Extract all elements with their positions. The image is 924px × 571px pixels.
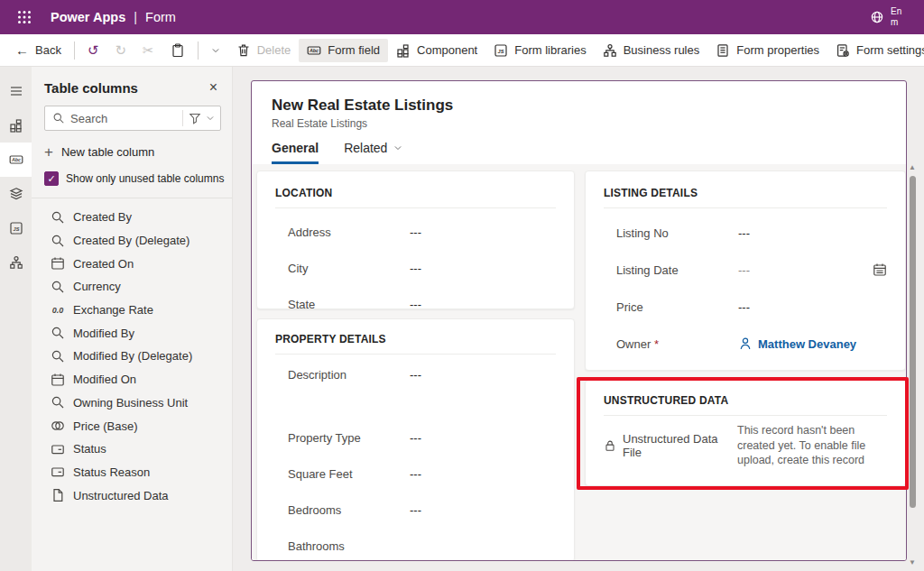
environment-button[interactable]: En m [868, 0, 924, 34]
field-state[interactable]: State --- [275, 286, 556, 309]
currency-icon [51, 419, 65, 433]
calendar-icon [51, 256, 65, 271]
new-table-column-button[interactable]: + New table column [44, 144, 221, 160]
vertical-scrollbar[interactable]: ▲ ▼ [908, 162, 917, 567]
scrollbar-thumb[interactable] [910, 176, 916, 508]
environment-label: En m [891, 6, 901, 28]
plus-icon: + [44, 144, 53, 160]
lookup-icon [51, 349, 65, 364]
filter-icon[interactable] [189, 112, 201, 124]
optionset-icon [51, 442, 65, 456]
field-listing-date[interactable]: Listing Date --- [604, 251, 887, 288]
scroll-down-icon[interactable]: ▼ [909, 557, 916, 567]
column-item[interactable]: 0.0Exchange Rate [51, 299, 221, 322]
lookup-icon [51, 395, 65, 410]
column-item[interactable]: Created By (Delegate) [51, 229, 221, 253]
section-unstructured-data[interactable]: UNSTRUCTURED DATA Unstructured Data File… [585, 380, 906, 486]
tab-related[interactable]: Related [344, 141, 402, 164]
rail-tree-view-button[interactable] [0, 177, 32, 211]
section-property-details[interactable]: PROPERTY DETAILS Description --- Propert… [256, 318, 575, 561]
owner-value[interactable]: Matthew Devaney [738, 336, 856, 351]
paste-icon [171, 43, 185, 58]
svg-text:JS: JS [13, 226, 19, 232]
field-listing-no[interactable]: Listing No --- [604, 214, 887, 251]
field-bedrooms[interactable]: Bedrooms --- [275, 492, 556, 528]
column-item[interactable]: Unstructured Data [51, 484, 221, 507]
column-label: Owning Business Unit [73, 396, 188, 410]
lock-icon [604, 439, 616, 452]
rail-menu-button[interactable] [0, 74, 32, 108]
field-city[interactable]: City --- [275, 250, 556, 286]
column-label: Status Reason [73, 465, 150, 479]
column-item[interactable]: Currency [51, 275, 221, 299]
column-label: Modified By [73, 327, 134, 340]
paste-button[interactable] [162, 39, 193, 62]
column-item[interactable]: Price (Base) [51, 414, 221, 437]
chevron-down-icon[interactable] [206, 114, 215, 123]
file-icon [51, 488, 65, 502]
chevron-down-icon [393, 143, 402, 152]
rail-table-columns-button[interactable]: Abc [0, 143, 32, 177]
field-unstructured-data-file[interactable]: Unstructured Data File This record hasn'… [604, 423, 887, 468]
column-item[interactable]: Created By [51, 206, 221, 229]
component-icon [396, 43, 411, 58]
section-divider [275, 354, 556, 355]
column-label: Currency [73, 280, 121, 293]
column-item[interactable]: Status Reason [51, 461, 221, 484]
form-field-button[interactable]: Abc Form field [299, 39, 388, 62]
field-property-type[interactable]: Property Type --- [275, 419, 556, 456]
designer-canvas: New Real Estate Listings Real Estate Lis… [233, 67, 924, 571]
section-divider [604, 207, 887, 208]
column-item[interactable]: Modified By [51, 321, 221, 345]
undo-button[interactable]: ↺ [79, 39, 107, 61]
field-description[interactable]: Description --- [275, 360, 556, 419]
scroll-up-icon[interactable]: ▲ [909, 162, 916, 172]
column-item[interactable]: Status [51, 437, 221, 461]
column-label: Created By (Delegate) [73, 234, 189, 247]
cut-button[interactable]: ✂ [134, 39, 162, 61]
optionset-icon [51, 465, 65, 479]
back-button[interactable]: ← Back [7, 39, 69, 61]
column-list: Created By Created By (Delegate) Created… [44, 198, 221, 507]
search-input[interactable] [65, 112, 179, 125]
field-price[interactable]: Price --- [604, 288, 887, 325]
business-rules-button[interactable]: Business rules [595, 39, 708, 62]
form-properties-icon [716, 43, 730, 58]
form-properties-button[interactable]: Form properties [707, 39, 827, 62]
rail-form-libraries-button[interactable]: JS [0, 211, 32, 245]
redo-button[interactable]: ↻ [106, 39, 134, 61]
delete-button[interactable]: Delete [228, 39, 300, 62]
component-button[interactable]: Component [388, 39, 485, 62]
field-label: Listing No [616, 226, 738, 240]
column-item[interactable]: Owning Business Unit [51, 391, 221, 415]
show-unused-checkbox[interactable]: ✓ [44, 171, 59, 186]
tab-general[interactable]: General [272, 141, 319, 164]
section-divider [275, 207, 556, 208]
rail-components-button[interactable] [0, 108, 32, 143]
section-location[interactable]: LOCATION Address --- City --- State -- [256, 170, 575, 309]
column-item[interactable]: Modified On [51, 368, 221, 391]
paste-dropdown-button[interactable] [203, 41, 228, 60]
field-label: Address [288, 226, 410, 239]
column-label: Modified By (Delegate) [73, 349, 192, 363]
form-libraries-button[interactable]: JS Form libraries [485, 39, 594, 62]
section-listing-details[interactable]: LISTING DETAILS Listing No --- Listing D… [585, 170, 906, 371]
waffle-menu-button[interactable] [9, 0, 40, 34]
column-label: Status [73, 442, 106, 456]
field-square-feet[interactable]: Square Feet --- [275, 456, 556, 492]
field-label: Property Type [288, 431, 410, 445]
form-settings-button[interactable]: Form settings [827, 39, 924, 62]
field-bathrooms[interactable]: Bathrooms [275, 528, 556, 561]
column-item[interactable]: Modified By (Delegate) [51, 345, 221, 368]
panel-title: Table columns [44, 80, 138, 96]
field-address[interactable]: Address --- [275, 214, 556, 250]
close-panel-button[interactable]: × [206, 79, 221, 96]
column-item[interactable]: Created On [51, 252, 221, 275]
form-preview[interactable]: New Real Estate Listings Real Estate Lis… [251, 80, 907, 561]
date-picker-icon[interactable] [873, 262, 887, 277]
rail-business-rules-button[interactable] [0, 245, 32, 280]
app-header: Power Apps | Form En m [0, 0, 924, 34]
field-owner[interactable]: Owner * Matthew Devaney [604, 325, 887, 362]
form-field-icon: Abc [307, 43, 321, 58]
search-divider [182, 110, 183, 126]
